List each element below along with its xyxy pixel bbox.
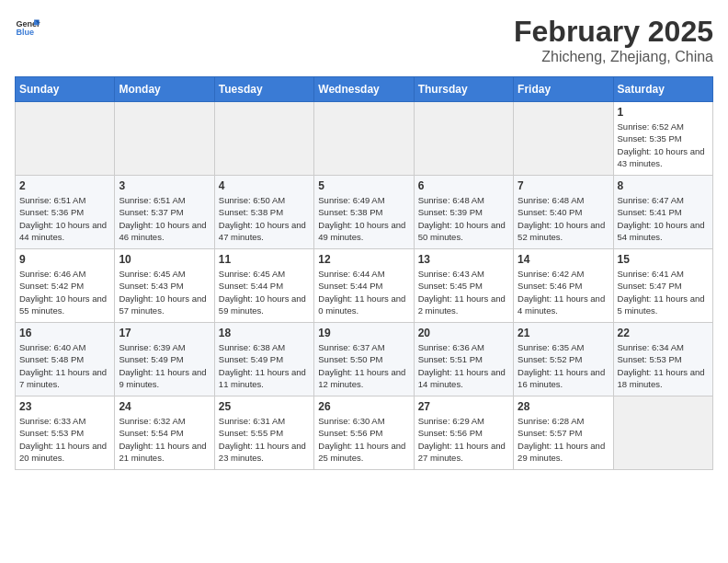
day-number: 27 [418,400,509,413]
day-info: Sunrise: 6:33 AM Sunset: 5:53 PM Dayligh… [19,415,110,464]
calendar-day-cell: 17Sunrise: 6:39 AM Sunset: 5:49 PM Dayli… [115,323,214,396]
svg-text:Blue: Blue [16,28,34,37]
calendar-day-cell [214,102,313,176]
day-info: Sunrise: 6:43 AM Sunset: 5:45 PM Dayligh… [418,268,509,316]
day-number: 5 [318,179,409,192]
calendar-body: 1Sunrise: 6:52 AM Sunset: 5:35 PM Daylig… [16,102,713,470]
calendar-day-cell: 28Sunrise: 6:28 AM Sunset: 5:57 PM Dayli… [514,396,613,470]
title-section: February 2025 Zhicheng, Zhejiang, China [514,15,713,65]
weekday-header-cell: Sunday [16,77,115,102]
day-number: 6 [418,179,509,192]
calendar-day-cell: 20Sunrise: 6:36 AM Sunset: 5:51 PM Dayli… [414,323,513,396]
calendar-day-cell: 19Sunrise: 6:37 AM Sunset: 5:50 PM Dayli… [314,323,414,396]
day-number: 18 [219,327,310,339]
calendar-day-cell: 21Sunrise: 6:35 AM Sunset: 5:52 PM Dayli… [514,323,613,396]
calendar-day-cell [16,102,115,176]
weekday-header-row: SundayMondayTuesdayWednesdayThursdayFrid… [16,77,713,102]
day-info: Sunrise: 6:37 AM Sunset: 5:50 PM Dayligh… [318,341,409,390]
day-number: 16 [19,327,110,339]
calendar-day-cell: 11Sunrise: 6:45 AM Sunset: 5:44 PM Dayli… [214,249,313,323]
day-number: 20 [418,327,509,339]
day-info: Sunrise: 6:51 AM Sunset: 5:37 PM Dayligh… [119,194,210,243]
day-info: Sunrise: 6:30 AM Sunset: 5:56 PM Dayligh… [318,415,409,464]
calendar-week-row: 2Sunrise: 6:51 AM Sunset: 5:36 PM Daylig… [16,176,713,249]
day-info: Sunrise: 6:44 AM Sunset: 5:44 PM Dayligh… [318,268,409,316]
calendar-week-row: 1Sunrise: 6:52 AM Sunset: 5:35 PM Daylig… [16,102,713,176]
day-number: 17 [119,327,210,339]
calendar-day-cell: 7Sunrise: 6:48 AM Sunset: 5:40 PM Daylig… [514,176,613,249]
day-info: Sunrise: 6:35 AM Sunset: 5:52 PM Dayligh… [518,341,609,390]
day-number: 13 [418,253,509,266]
day-number: 25 [219,400,310,413]
day-info: Sunrise: 6:45 AM Sunset: 5:43 PM Dayligh… [119,268,210,316]
calendar-day-cell [613,396,712,470]
weekday-header-cell: Tuesday [214,77,313,102]
day-number: 14 [518,253,609,266]
day-number: 24 [119,400,210,413]
day-info: Sunrise: 6:38 AM Sunset: 5:49 PM Dayligh… [219,341,310,390]
day-info: Sunrise: 6:45 AM Sunset: 5:44 PM Dayligh… [219,268,310,316]
day-number: 26 [318,400,409,413]
calendar-day-cell: 12Sunrise: 6:44 AM Sunset: 5:44 PM Dayli… [314,249,414,323]
weekday-header-cell: Saturday [613,77,712,102]
weekday-header-cell: Monday [115,77,214,102]
logo-icon: General Blue [15,15,40,40]
calendar-day-cell: 10Sunrise: 6:45 AM Sunset: 5:43 PM Dayli… [115,249,214,323]
calendar-day-cell: 25Sunrise: 6:31 AM Sunset: 5:55 PM Dayli… [214,396,313,470]
calendar-day-cell: 18Sunrise: 6:38 AM Sunset: 5:49 PM Dayli… [214,323,313,396]
location-title: Zhicheng, Zhejiang, China [514,49,713,65]
day-number: 9 [19,253,110,266]
calendar-day-cell: 9Sunrise: 6:46 AM Sunset: 5:42 PM Daylig… [16,249,115,323]
day-number: 21 [518,327,609,339]
calendar-day-cell: 13Sunrise: 6:43 AM Sunset: 5:45 PM Dayli… [414,249,513,323]
logo: General Blue [15,15,40,40]
day-number: 19 [318,327,409,339]
calendar-day-cell: 3Sunrise: 6:51 AM Sunset: 5:37 PM Daylig… [115,176,214,249]
calendar-day-cell: 2Sunrise: 6:51 AM Sunset: 5:36 PM Daylig… [16,176,115,249]
day-number: 7 [518,179,609,192]
calendar-day-cell: 1Sunrise: 6:52 AM Sunset: 5:35 PM Daylig… [613,102,712,176]
calendar-day-cell: 5Sunrise: 6:49 AM Sunset: 5:38 PM Daylig… [314,176,414,249]
day-info: Sunrise: 6:40 AM Sunset: 5:48 PM Dayligh… [19,341,110,390]
day-info: Sunrise: 6:29 AM Sunset: 5:56 PM Dayligh… [418,415,509,464]
day-number: 28 [518,400,609,413]
calendar-week-row: 9Sunrise: 6:46 AM Sunset: 5:42 PM Daylig… [16,249,713,323]
day-number: 2 [19,179,110,192]
calendar-day-cell: 8Sunrise: 6:47 AM Sunset: 5:41 PM Daylig… [613,176,712,249]
day-number: 3 [119,179,210,192]
day-info: Sunrise: 6:49 AM Sunset: 5:38 PM Dayligh… [318,194,409,243]
calendar-day-cell: 27Sunrise: 6:29 AM Sunset: 5:56 PM Dayli… [414,396,513,470]
calendar-day-cell: 16Sunrise: 6:40 AM Sunset: 5:48 PM Dayli… [16,323,115,396]
weekday-header-cell: Wednesday [314,77,414,102]
calendar-day-cell: 4Sunrise: 6:50 AM Sunset: 5:38 PM Daylig… [214,176,313,249]
day-info: Sunrise: 6:39 AM Sunset: 5:49 PM Dayligh… [119,341,210,390]
day-number: 12 [318,253,409,266]
day-info: Sunrise: 6:28 AM Sunset: 5:57 PM Dayligh… [518,415,609,464]
calendar-day-cell [414,102,513,176]
day-number: 10 [119,253,210,266]
calendar-day-cell: 22Sunrise: 6:34 AM Sunset: 5:53 PM Dayli… [613,323,712,396]
calendar-day-cell [514,102,613,176]
day-info: Sunrise: 6:42 AM Sunset: 5:46 PM Dayligh… [518,268,609,316]
day-info: Sunrise: 6:48 AM Sunset: 5:39 PM Dayligh… [418,194,509,243]
day-info: Sunrise: 6:32 AM Sunset: 5:54 PM Dayligh… [119,415,210,464]
day-number: 1 [618,106,709,119]
weekday-header-cell: Thursday [414,77,513,102]
day-number: 22 [618,327,709,339]
day-info: Sunrise: 6:36 AM Sunset: 5:51 PM Dayligh… [418,341,509,390]
calendar-day-cell: 24Sunrise: 6:32 AM Sunset: 5:54 PM Dayli… [115,396,214,470]
calendar-day-cell: 6Sunrise: 6:48 AM Sunset: 5:39 PM Daylig… [414,176,513,249]
calendar-table: SundayMondayTuesdayWednesdayThursdayFrid… [15,76,713,470]
day-info: Sunrise: 6:48 AM Sunset: 5:40 PM Dayligh… [518,194,609,243]
day-info: Sunrise: 6:50 AM Sunset: 5:38 PM Dayligh… [219,194,310,243]
day-info: Sunrise: 6:31 AM Sunset: 5:55 PM Dayligh… [219,415,310,464]
calendar-week-row: 23Sunrise: 6:33 AM Sunset: 5:53 PM Dayli… [16,396,713,470]
month-title: February 2025 [514,15,713,49]
day-info: Sunrise: 6:41 AM Sunset: 5:47 PM Dayligh… [618,268,709,316]
day-info: Sunrise: 6:51 AM Sunset: 5:36 PM Dayligh… [19,194,110,243]
calendar-day-cell: 23Sunrise: 6:33 AM Sunset: 5:53 PM Dayli… [16,396,115,470]
day-info: Sunrise: 6:46 AM Sunset: 5:42 PM Dayligh… [19,268,110,316]
calendar-day-cell: 15Sunrise: 6:41 AM Sunset: 5:47 PM Dayli… [613,249,712,323]
calendar-week-row: 16Sunrise: 6:40 AM Sunset: 5:48 PM Dayli… [16,323,713,396]
day-number: 4 [219,179,310,192]
